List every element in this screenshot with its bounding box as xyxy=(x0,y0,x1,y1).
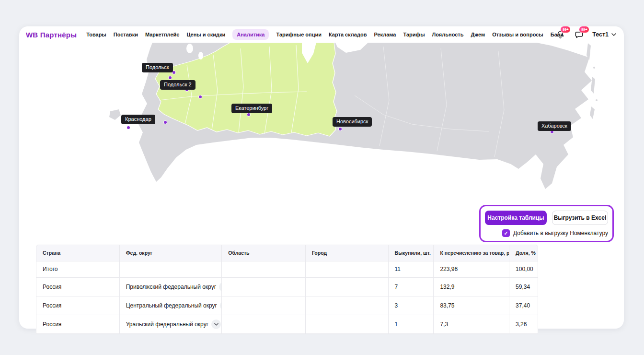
nav-item-9[interactable]: Лояльность xyxy=(432,32,464,37)
city-label[interactable]: Новосибирск xyxy=(333,117,372,127)
table-cell xyxy=(221,278,305,296)
nav-item-10[interactable]: Джем xyxy=(471,32,485,37)
nav-item-7[interactable]: Реклама xyxy=(374,32,396,37)
table-cell xyxy=(305,315,388,333)
city-marker-dot xyxy=(164,121,167,124)
nav-item-3[interactable]: Цены и скидки xyxy=(186,32,225,37)
table-cell: Итого xyxy=(36,261,119,277)
user-name: Тест1 xyxy=(592,31,609,38)
table-cell xyxy=(221,315,305,333)
table-cell: 83,75 xyxy=(433,296,509,315)
map-section: ПодольскПодольск 2ЕкатеринбургКраснодарН… xyxy=(19,43,624,194)
table-cell: 132,9 xyxy=(433,278,509,296)
table-cell: Уральский федеральный округ xyxy=(119,315,222,333)
table-cell xyxy=(119,261,222,277)
table-cell: Россия xyxy=(36,278,119,296)
table-cell: Приволжский федеральный округ xyxy=(119,278,222,296)
table-cell: 37,40 xyxy=(509,296,538,315)
notifications-button[interactable]: 99+ xyxy=(555,29,565,40)
table-cell: 11 xyxy=(388,261,434,277)
city-label[interactable]: Екатеринбург xyxy=(231,104,272,113)
nav-item-5[interactable]: Тарифные опции xyxy=(276,32,322,37)
table-controls-panel: Настройка таблицы Выгрузить в Excel Доба… xyxy=(479,205,614,242)
table-settings-button[interactable]: Настройка таблицы xyxy=(485,211,547,225)
city-label[interactable]: Краснодар xyxy=(121,115,155,124)
notifications-badge: 99+ xyxy=(560,26,571,33)
table-row: Итого11223,96100,00 xyxy=(36,261,538,278)
chevron-down-icon xyxy=(611,33,616,36)
table-cell xyxy=(305,278,388,296)
city-marker-dot xyxy=(339,128,342,130)
table-cell: 3 xyxy=(388,296,434,315)
table-cell: 59,34 xyxy=(509,278,538,296)
table-row: РоссияЦентральный федеральный округ383,7… xyxy=(36,296,538,315)
nav-item-0[interactable]: Товары xyxy=(86,32,106,37)
table-cell: 7,3 xyxy=(433,315,509,333)
column-header: Выкупили, шт. xyxy=(388,245,434,261)
nav-item-11[interactable]: Отзывы и вопросы xyxy=(492,32,543,37)
nav-item-6[interactable]: Карта складов xyxy=(329,32,367,37)
main-card: WB Партнёры ТоварыПоставкиМаркетплейсЦен… xyxy=(19,26,624,329)
messages-badge: 99+ xyxy=(579,26,589,33)
export-excel-button[interactable]: Выгрузить в Excel xyxy=(552,211,608,225)
column-header: Страна xyxy=(36,245,119,261)
city-marker-dot xyxy=(172,71,175,74)
expand-row-button[interactable] xyxy=(211,320,221,329)
header-right: 99+ 99+ Тест1 xyxy=(550,29,616,40)
column-header: Фед. округ xyxy=(119,245,222,261)
table-cell xyxy=(305,261,388,277)
nav-item-1[interactable]: Поставки xyxy=(114,32,138,37)
city-marker-dot xyxy=(247,113,250,116)
table-cell: Россия xyxy=(36,315,119,333)
nav-item-8[interactable]: Тарифы xyxy=(403,32,425,37)
table-cell: Центральный федеральный округ xyxy=(119,296,222,315)
nav-item-4[interactable]: Аналитика xyxy=(232,29,269,40)
city-label[interactable]: Хабаровск xyxy=(538,121,571,131)
table-cell: 3,26 xyxy=(509,315,538,333)
table-cell: 100,00 xyxy=(509,261,538,277)
map-markers-layer: ПодольскПодольск 2ЕкатеринбургКраснодарН… xyxy=(19,43,624,194)
column-header: Доля, % xyxy=(509,245,538,261)
nomenclature-checkbox-label: Добавить в выгрузку Номенклатуру xyxy=(513,230,608,237)
nomenclature-checkbox[interactable] xyxy=(502,229,510,237)
table-cell: 1 xyxy=(388,315,434,333)
messages-button[interactable]: 99+ xyxy=(574,29,584,40)
table-row: РоссияПриволжский федеральный округ7132,… xyxy=(36,278,538,296)
column-header: Область xyxy=(221,245,305,261)
table-cell xyxy=(305,296,388,315)
column-header: Город xyxy=(305,245,388,261)
results-table: СтранаФед. округОбластьГородВыкупили, шт… xyxy=(36,245,538,334)
brand-logo[interactable]: WB Партнёры xyxy=(26,31,77,39)
table-cell: 7 xyxy=(388,278,434,296)
nav-item-2[interactable]: Маркетплейс xyxy=(145,32,179,37)
table-body: Итого11223,96100,00РоссияПриволжский фед… xyxy=(36,261,538,334)
table-cell: 223,96 xyxy=(433,261,509,277)
city-label[interactable]: Подольск xyxy=(142,63,173,72)
table-row: РоссияУральский федеральный округ17,33,2… xyxy=(36,315,538,334)
table-cell xyxy=(221,261,305,277)
top-nav-bar: WB Партнёры ТоварыПоставкиМаркетплейсЦен… xyxy=(19,26,624,43)
column-header: К перечислению за товар, руб. xyxy=(433,245,509,261)
city-marker-dot xyxy=(169,76,172,79)
table-header-row: СтранаФед. округОбластьГородВыкупили, шт… xyxy=(36,245,538,261)
user-menu[interactable]: Тест1 xyxy=(592,31,616,38)
city-marker-dot xyxy=(127,126,130,129)
table-cell xyxy=(221,296,305,315)
main-nav: ТоварыПоставкиМаркетплейсЦены и скидкиАн… xyxy=(86,29,550,40)
chevron-down-icon xyxy=(214,323,218,326)
table-cell: Россия xyxy=(36,296,119,315)
city-label[interactable]: Подольск 2 xyxy=(160,80,196,90)
city-marker-dot xyxy=(199,95,202,98)
